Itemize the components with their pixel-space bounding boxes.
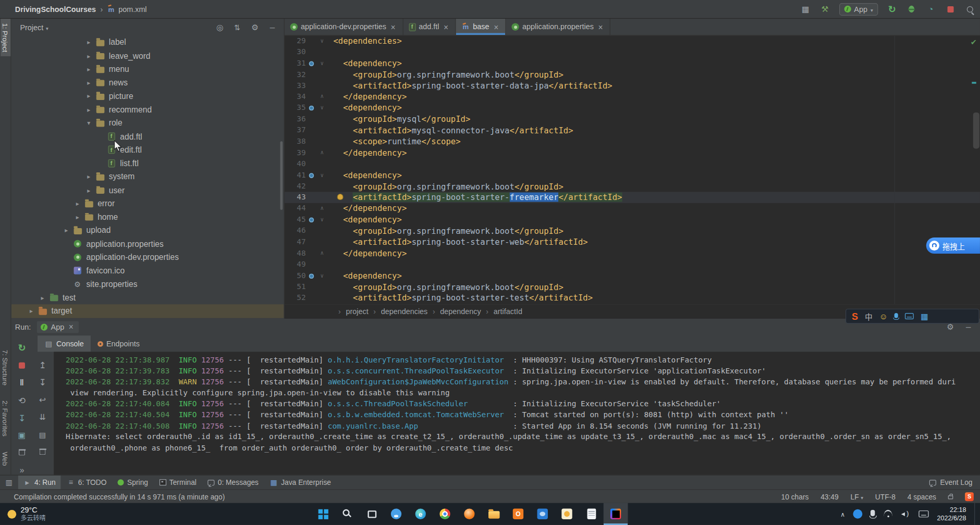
breadcrumb-item[interactable]: dependency bbox=[427, 307, 481, 316]
code-line[interactable]: 45 <dependency> bbox=[285, 215, 980, 226]
fold-marker-icon[interactable] bbox=[316, 47, 328, 58]
toolwindow-button[interactable]: 4: Run bbox=[18, 475, 60, 490]
stripe-button[interactable]: 1: Project bbox=[1, 19, 10, 57]
layout-icon[interactable] bbox=[800, 4, 811, 14]
tree-item[interactable]: test bbox=[11, 291, 284, 304]
dependency-gutter-icon[interactable] bbox=[306, 181, 316, 192]
app-icon-orange[interactable] bbox=[506, 503, 531, 525]
code-line[interactable]: 35 <dependency> bbox=[285, 103, 980, 114]
code-line[interactable]: 49 bbox=[285, 259, 980, 270]
settings-icon[interactable] bbox=[250, 22, 260, 32]
dependency-gutter-icon[interactable] bbox=[306, 158, 316, 169]
run-view-tab[interactable]: Endpoints bbox=[91, 335, 146, 352]
error-stripe-mark[interactable] bbox=[972, 82, 976, 84]
fold-marker-icon[interactable] bbox=[316, 136, 328, 147]
tree-chevron-icon[interactable] bbox=[83, 119, 95, 126]
search-everywhere-icon[interactable] bbox=[964, 4, 975, 14]
event-log-button[interactable]: Event Log bbox=[929, 479, 973, 486]
editor-tab[interactable]: add.ftl bbox=[403, 19, 456, 35]
app-icon-notes[interactable] bbox=[555, 503, 579, 525]
taskbar-clock[interactable]: 22:18 2022/6/28 bbox=[937, 505, 966, 522]
fold-marker-icon[interactable] bbox=[316, 237, 328, 248]
stripe-button[interactable]: Web bbox=[1, 447, 10, 470]
code-line[interactable]: 43 <artifactId>spring-boot-starter-freem… bbox=[285, 192, 980, 203]
toolwindow-button[interactable]: Java Enterprise bbox=[265, 475, 336, 490]
chrome-icon[interactable] bbox=[433, 503, 457, 525]
rerun-icon[interactable] bbox=[17, 342, 27, 353]
fold-marker-icon[interactable] bbox=[316, 158, 328, 169]
fold-marker-icon[interactable] bbox=[316, 203, 328, 214]
sogou-status-icon[interactable] bbox=[965, 492, 974, 501]
stripe-button[interactable]: 2: Favorites bbox=[1, 396, 10, 441]
toolbox-icon[interactable] bbox=[921, 311, 928, 321]
fold-marker-icon[interactable] bbox=[316, 282, 328, 293]
dependency-gutter-icon[interactable] bbox=[306, 136, 316, 147]
fold-marker-icon[interactable] bbox=[316, 259, 328, 270]
fold-marker-icon[interactable] bbox=[316, 170, 328, 181]
breadcrumb-item[interactable]: artifactId bbox=[481, 307, 522, 316]
tree-item[interactable]: role bbox=[11, 116, 284, 130]
sogou-logo-icon[interactable] bbox=[852, 311, 858, 321]
dependency-gutter-icon[interactable] bbox=[306, 270, 316, 281]
tree-item[interactable]: favicon.ico bbox=[11, 264, 284, 278]
chinese-mode-label[interactable]: 中 bbox=[865, 311, 872, 321]
fold-marker-icon[interactable] bbox=[316, 293, 328, 304]
tree-item[interactable]: leave_word bbox=[11, 49, 284, 63]
dump-threads-icon[interactable] bbox=[17, 413, 27, 423]
code-line[interactable]: 40 bbox=[285, 158, 980, 169]
readonly-lock-icon[interactable] bbox=[948, 495, 953, 499]
dependency-gutter-icon[interactable] bbox=[306, 114, 316, 125]
tree-item[interactable]: recommend bbox=[11, 103, 284, 116]
code-line[interactable]: 33 <artifactId>spring-boot-starter-data-… bbox=[285, 80, 980, 91]
restart-icon[interactable] bbox=[17, 395, 27, 405]
editor-scrollbar[interactable] bbox=[973, 113, 979, 149]
tree-item[interactable]: news bbox=[11, 76, 284, 90]
locate-icon[interactable] bbox=[214, 22, 225, 32]
tree-item[interactable]: home bbox=[11, 210, 284, 224]
dependency-gutter-icon[interactable] bbox=[306, 293, 316, 304]
stripe-button[interactable]: 7: Structure bbox=[1, 346, 10, 390]
gc-icon[interactable] bbox=[17, 447, 27, 458]
dependency-gutter-icon[interactable] bbox=[306, 125, 316, 136]
tray-app-icon[interactable] bbox=[853, 509, 863, 519]
tree-item[interactable]: site.properties bbox=[11, 278, 284, 291]
tree-item[interactable]: edit.ftl bbox=[11, 143, 284, 157]
fold-marker-icon[interactable] bbox=[316, 69, 328, 80]
collapse-all-icon[interactable] bbox=[232, 22, 242, 32]
toolwindow-button[interactable]: 6: TODO bbox=[62, 475, 112, 490]
tree-item[interactable]: list.ftl bbox=[11, 157, 284, 170]
editor-tab[interactable]: application.properties bbox=[506, 19, 610, 35]
code-line[interactable]: 37 <artifactId>mysql-connector-java</art… bbox=[285, 125, 980, 136]
dependency-gutter-icon[interactable] bbox=[306, 147, 316, 158]
profiler-icon[interactable] bbox=[926, 4, 936, 14]
tree-item[interactable]: application.properties bbox=[11, 237, 284, 251]
print-icon[interactable] bbox=[37, 429, 47, 440]
debug-icon[interactable] bbox=[906, 4, 916, 14]
fold-marker-icon[interactable] bbox=[316, 215, 328, 226]
code-line[interactable]: 36 <groupId>mysql</groupId> bbox=[285, 114, 980, 125]
tab-close-icon[interactable] bbox=[389, 22, 397, 32]
tree-item[interactable]: user bbox=[11, 183, 284, 197]
show-desktop-button[interactable] bbox=[974, 503, 977, 525]
fold-marker-icon[interactable] bbox=[316, 35, 328, 46]
fold-marker-icon[interactable] bbox=[316, 181, 328, 192]
breadcrumb-project[interactable]: DrivingSchoolCourses bbox=[15, 5, 96, 14]
taskview-button[interactable] bbox=[360, 503, 384, 525]
project-scrollbar[interactable] bbox=[280, 141, 283, 210]
code-editor[interactable]: 29 <dependencies> 30 bbox=[285, 35, 980, 304]
fold-marker-icon[interactable] bbox=[316, 226, 328, 236]
tree-item[interactable]: target bbox=[11, 304, 284, 318]
tree-chevron-icon[interactable] bbox=[83, 106, 95, 113]
fold-marker-icon[interactable] bbox=[316, 92, 328, 103]
search-button[interactable] bbox=[335, 503, 360, 525]
tree-item[interactable]: picture bbox=[11, 90, 284, 103]
browser-icon[interactable] bbox=[457, 503, 482, 525]
editor-tab[interactable]: application-dev.properties bbox=[285, 19, 403, 35]
code-line[interactable]: 48 </dependency> bbox=[285, 248, 980, 259]
app-icon-blue[interactable] bbox=[384, 503, 409, 525]
tree-chevron-icon[interactable] bbox=[83, 79, 95, 86]
toolwindow-switcher-icon[interactable] bbox=[4, 477, 14, 488]
wifi-icon[interactable] bbox=[883, 510, 893, 517]
project-panel-title[interactable]: Project bbox=[20, 23, 43, 32]
dependency-gutter-icon[interactable] bbox=[306, 69, 316, 80]
